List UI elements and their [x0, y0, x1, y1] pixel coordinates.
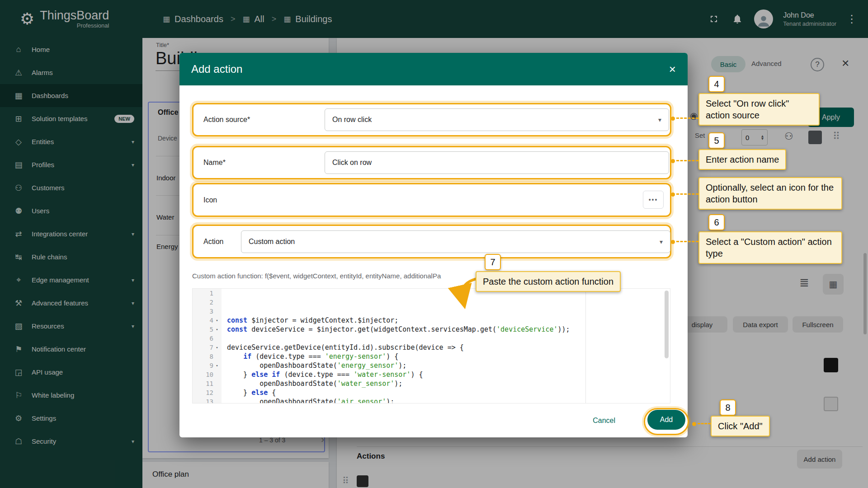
code-area[interactable]: const $injector = widgetContext.$injecto… [222, 289, 670, 403]
cancel-button[interactable]: Cancel [593, 417, 615, 425]
line-number: 7▾ [193, 343, 222, 352]
line-number: 5▾ [193, 325, 222, 334]
line-number: 13 [193, 397, 222, 404]
code-line [227, 334, 670, 343]
line-number: 11 [193, 379, 222, 388]
action-name-row: Name* Click on row [192, 146, 671, 179]
dialog-close-icon[interactable]: × [669, 63, 676, 75]
chevron-down-icon: ▾ [660, 238, 663, 245]
action-name-value: Click on row [332, 159, 372, 167]
action-source-label: Action source* [203, 116, 250, 124]
action-type-label: Action [203, 238, 223, 246]
app: Title* Buildings Office Device Indoor Wa… [0, 0, 868, 488]
code-scrollbar[interactable] [665, 291, 669, 358]
fold-marker-icon[interactable]: ▾ [214, 343, 220, 352]
chevron-down-icon: ▾ [658, 116, 661, 123]
code-line: openDashboardState('energy_sensor'); [227, 361, 670, 370]
icon-field-label: Icon [203, 196, 217, 204]
action-type-select[interactable]: Custom action ▾ [241, 230, 670, 253]
icon-row: Icon ••• [192, 183, 671, 217]
add-action-dialog: Add action × Action source* On row click… [179, 53, 688, 437]
dialog-header: Add action × [179, 53, 688, 85]
code-gutter: 1234▾5▾67▾89▾10111213 [193, 289, 222, 403]
code-line: if (device.type === 'energy-sensor') { [227, 352, 670, 361]
line-number: 3 [193, 307, 222, 316]
code-line: openDashboardState('water_sensor'); [227, 379, 670, 388]
code-line: } else if (device.type === 'water-sensor… [227, 370, 670, 379]
line-number: 9▾ [193, 361, 222, 370]
add-button[interactable]: Add [647, 410, 685, 430]
code-line: } else { [227, 388, 670, 397]
code-line: deviceService.getDevice(entityId.id).sub… [227, 343, 670, 352]
code-line: const deviceService = $injector.get(widg… [227, 325, 670, 334]
action-source-value: On row click [332, 116, 372, 124]
line-number: 6 [193, 334, 222, 343]
action-name-label: Name* [203, 159, 226, 167]
custom-function-signature: Custom action function: f($event, widget… [192, 272, 441, 280]
fold-marker-icon[interactable]: ▾ [214, 316, 220, 325]
action-name-input[interactable]: Click on row [325, 151, 669, 174]
code-line: const $injector = widgetContext.$injecto… [227, 316, 670, 325]
line-number: 12 [193, 388, 222, 397]
dialog-title: Add action [191, 63, 242, 75]
line-number: 8 [193, 352, 222, 361]
action-type-value: Custom action [249, 238, 295, 246]
action-type-row: Action Custom action ▾ [192, 225, 671, 258]
code-editor[interactable]: 1234▾5▾67▾89▾10111213 const $injector = … [192, 288, 670, 404]
icon-picker-button[interactable]: ••• [643, 191, 664, 209]
code-line: openDashboardState('air_sensor'); [227, 397, 670, 404]
line-number: 10 [193, 370, 222, 379]
fold-marker-icon[interactable]: ▾ [214, 325, 220, 334]
line-number: 1 [193, 289, 222, 298]
fold-marker-icon[interactable]: ▾ [214, 361, 220, 370]
print-margin [585, 289, 586, 403]
action-source-row: Action source* On row click ▾ [192, 103, 671, 136]
dialog-footer: Cancel Add [179, 404, 688, 437]
line-number: 4▾ [193, 316, 222, 325]
action-source-select[interactable]: On row click ▾ [325, 108, 669, 131]
line-number: 2 [193, 298, 222, 307]
